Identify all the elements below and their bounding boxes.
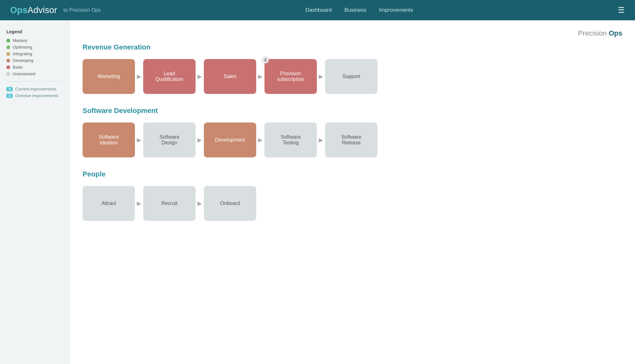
legend-basic: Basic <box>6 65 63 69</box>
legend-optimising: Optimising <box>6 45 63 50</box>
sections-container: Revenue GenerationMarketing▶Lead Qualifi… <box>83 43 622 221</box>
legend-dot-basic <box>6 65 10 69</box>
main-container: Legend Mastery Optimising Integrating De… <box>0 20 635 364</box>
legend-label-mastery: Mastery <box>13 38 27 43</box>
legend-label-basic: Basic <box>13 65 23 69</box>
process-arrow: ▶ <box>258 73 263 80</box>
nav-dashboard[interactable]: Dashboard <box>305 7 332 13</box>
process-arrow: ▶ <box>258 136 263 143</box>
legend-dot-developing <box>6 59 10 63</box>
process-row-software-development: Software Ideation▶Software Design▶Develo… <box>83 122 622 157</box>
overdue-improvements-stat: 3 Overdue Improvements <box>6 93 63 98</box>
process-card-onboard[interactable]: Onboard <box>204 186 256 221</box>
legend-label-unassessed: Unassessed <box>13 71 36 76</box>
logo-advisor: Advisor <box>27 5 57 15</box>
legend-label-optimising: Optimising <box>13 45 32 50</box>
hamburger-icon[interactable]: ☰ <box>618 6 625 15</box>
process-arrow: ▶ <box>137 73 141 80</box>
card-badge: 2 <box>262 56 269 63</box>
main-header: OpsAdvisor to Precision Ops Dashboard Bu… <box>0 0 635 20</box>
process-card-development[interactable]: Development <box>204 122 256 157</box>
process-card-software-testing[interactable]: Software Testing <box>264 122 317 157</box>
process-card-marketing[interactable]: Marketing <box>83 59 135 94</box>
nav-business[interactable]: Business <box>344 7 366 13</box>
legend-unassessed: Unassessed <box>6 71 63 76</box>
logo-subtitle: to Precision Ops <box>64 7 101 13</box>
current-improvements-stat: 3 Current Improvements <box>6 87 63 91</box>
process-arrow: ▶ <box>197 136 202 143</box>
process-arrow: ▶ <box>197 200 202 207</box>
process-row-people: Attract▶Recruit▶Onboard <box>83 186 622 221</box>
legend-label-developing: Developing <box>13 58 33 63</box>
process-card-software-release[interactable]: Software Release <box>325 122 378 157</box>
process-arrow: ▶ <box>319 136 323 143</box>
overdue-improvements-badge: 3 <box>6 94 13 98</box>
header-logo-area: OpsAdvisor to Precision Ops <box>10 5 101 15</box>
section-people: PeopleAttract▶Recruit▶Onboard <box>83 170 622 221</box>
process-card-provision-subscription[interactable]: Provision subscription2 <box>264 59 317 94</box>
process-card-software-design[interactable]: Software Design <box>143 122 196 157</box>
nav-improvements[interactable]: Improvements <box>379 7 413 13</box>
main-content: Precision Ops Revenue GenerationMarketin… <box>70 20 635 364</box>
legend-dot-optimising <box>6 45 10 49</box>
current-improvements-badge: 3 <box>6 87 13 91</box>
process-card-software-ideation[interactable]: Software Ideation <box>83 122 135 157</box>
process-card-attract[interactable]: Attract <box>83 186 135 221</box>
legend-integrating: Integrating <box>6 51 63 56</box>
process-card-lead-qualification[interactable]: Lead Qualification <box>143 59 196 94</box>
sidebar-divider <box>6 81 63 82</box>
legend-mastery: Mastery <box>6 38 63 43</box>
legend-dot-mastery <box>6 39 10 43</box>
section-software-development: Software DevelopmentSoftware Ideation▶So… <box>83 107 622 157</box>
process-card-recruit[interactable]: Recruit <box>143 186 196 221</box>
process-arrow: ▶ <box>197 73 202 80</box>
process-row-revenue-generation: Marketing▶Lead Qualification▶Sales▶Provi… <box>83 59 622 94</box>
process-card-support[interactable]: Support <box>325 59 378 94</box>
main-nav: Dashboard Business Improvements <box>305 7 413 13</box>
logo-ops: Ops <box>10 5 27 15</box>
section-revenue-generation: Revenue GenerationMarketing▶Lead Qualifi… <box>83 43 622 94</box>
section-title-people: People <box>83 170 622 178</box>
current-improvements-label[interactable]: Current Improvements <box>15 87 56 91</box>
process-arrow: ▶ <box>319 73 323 80</box>
legend-dot-integrating <box>6 52 10 56</box>
legend-dot-unassessed <box>6 72 10 76</box>
legend-label-integrating: Integrating <box>13 51 32 56</box>
process-card-sales[interactable]: Sales <box>204 59 256 94</box>
overdue-improvements-label[interactable]: Overdue Improvements <box>15 93 58 98</box>
logo: OpsAdvisor <box>10 5 57 15</box>
legend-developing: Developing <box>6 58 63 63</box>
section-title-revenue-generation: Revenue Generation <box>83 43 622 51</box>
top-right-label: Precision Ops <box>83 29 622 37</box>
process-arrow: ▶ <box>137 136 141 143</box>
sidebar: Legend Mastery Optimising Integrating De… <box>0 20 70 364</box>
process-arrow: ▶ <box>137 200 141 207</box>
legend-title: Legend <box>6 29 63 34</box>
section-title-software-development: Software Development <box>83 107 622 115</box>
